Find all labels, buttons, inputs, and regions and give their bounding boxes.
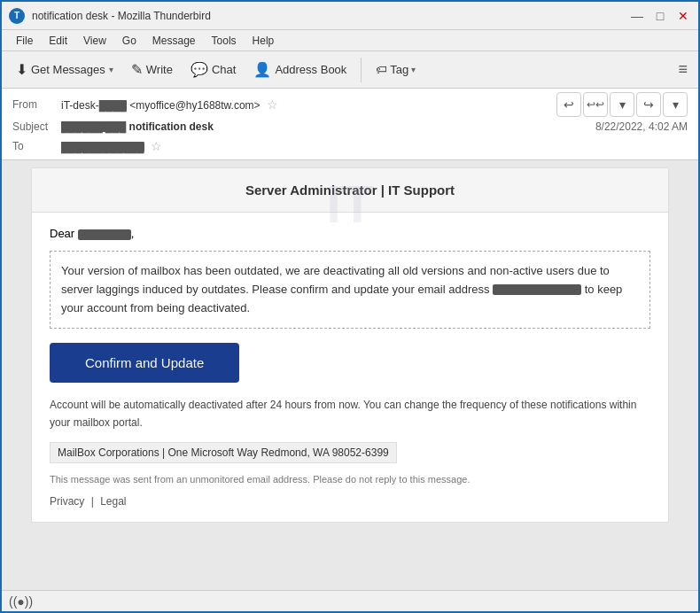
from-row: From iT-desk-████ <myoffice@hy1688tw.com… [12,95,556,114]
to-row: To ████████████ ☆ [12,136,688,156]
subject-value: ██████ ███ notification desk [61,120,595,133]
unmonitored-notice: This message was sent from an unmonitore… [50,474,650,485]
menu-message[interactable]: Message [145,33,203,49]
write-icon: ✎ [131,61,143,78]
tag-button[interactable]: 🏷 Tag ▾ [369,59,423,80]
menu-bar: File Edit View Go Message Tools Help [2,30,698,51]
address-book-button[interactable]: 👤 Address Book [246,58,354,81]
menu-file[interactable]: File [9,33,40,49]
toolbar: ⬇ Get Messages ▾ ✎ Write 💬 Chat 👤 Addres… [2,51,698,89]
reply-button[interactable]: ↩ [556,92,581,117]
connection-status-icon: ((●)) [9,594,33,609]
nav-dropdown-button[interactable]: ▾ [610,92,634,117]
status-bar: ((●)) [2,590,698,611]
get-messages-button[interactable]: ⬇ Get Messages ▾ [9,58,121,81]
title-bar: T notification desk - Mozilla Thunderbir… [2,2,698,30]
menu-go[interactable]: Go [115,33,144,49]
footer-links: Privacy | Legal [50,495,650,508]
from-label: From [12,98,61,111]
chat-label: Chat [212,63,236,76]
tag-label: Tag [390,63,408,76]
footer-notice: Account will be automatically deactivate… [50,397,650,431]
to-value: ████████████ ☆ [61,139,688,153]
address-book-label: Address Book [275,63,346,76]
maximize-button[interactable]: □ [652,8,668,24]
from-star-icon[interactable]: ☆ [267,97,278,112]
email-body-area[interactable]: IT Server Administrator | IT Support Dea… [2,160,698,590]
app-icon: T [9,8,25,24]
menu-tools[interactable]: Tools [205,33,244,49]
privacy-link[interactable]: Privacy [50,495,84,508]
window-title: notification desk - Mozilla Thunderbird [32,10,629,22]
nav-buttons: ↩ ↩↩ ▾ ↪ ▾ [556,92,688,117]
email-header: From iT-desk-████ <myoffice@hy1688tw.com… [2,89,698,160]
email-date: 8/22/2022, 4:02 AM [595,120,688,133]
subject-row: Subject ██████ ███ notification desk 8/2… [12,117,688,136]
confirm-update-button[interactable]: Confirm and Update [50,343,239,383]
corp-address: MailBox Corporations | One Microsoft Way… [50,442,397,463]
window-controls: — □ ✕ [629,8,691,24]
more-actions-button[interactable]: ▾ [663,92,688,117]
address-book-icon: 👤 [253,61,271,78]
banner-title: Server Administrator | IT Support [245,182,455,198]
email-content: IT Server Administrator | IT Support Dea… [31,167,669,523]
menu-edit[interactable]: Edit [42,33,74,49]
chat-button[interactable]: 💬 Chat [183,58,243,81]
write-button[interactable]: ✎ Write [124,58,180,81]
close-button[interactable]: ✕ [675,8,691,24]
menu-view[interactable]: View [76,33,113,49]
chat-icon: 💬 [191,61,208,78]
link-separator: | [91,495,94,508]
dear-line: Dear , [50,227,650,240]
get-messages-label: Get Messages [31,63,105,76]
email-banner: IT Server Administrator | IT Support [32,168,668,213]
email-body-content: Dear , Your version of mailbox has been … [32,213,668,522]
thunderbird-window: T notification desk - Mozilla Thunderbir… [0,0,700,613]
tag-icon: 🏷 [376,63,387,76]
message-box: Your version of mailbox has been outdate… [50,251,650,329]
get-messages-dropdown-icon[interactable]: ▾ [109,65,113,74]
from-value: iT-desk-████ <myoffice@hy1688tw.com> ☆ [61,97,556,112]
minimize-button[interactable]: — [629,8,645,24]
write-label: Write [146,63,173,76]
menu-help[interactable]: Help [245,33,282,49]
legal-link[interactable]: Legal [100,495,126,508]
get-messages-icon: ⬇ [16,61,27,78]
subject-label: Subject [12,120,61,133]
to-label: To [12,140,61,152]
forward-button[interactable]: ↪ [636,92,661,117]
toolbar-divider [361,58,362,82]
reply-all-button[interactable]: ↩↩ [583,92,608,117]
hamburger-menu-button[interactable]: ≡ [674,57,691,82]
tag-dropdown-icon[interactable]: ▾ [411,65,416,74]
to-star-icon[interactable]: ☆ [151,139,162,153]
